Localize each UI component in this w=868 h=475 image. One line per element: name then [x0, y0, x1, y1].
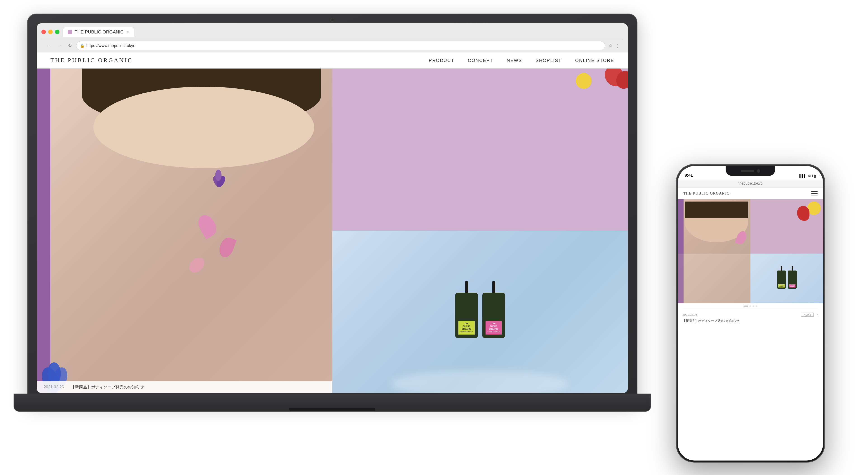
hero-section: 2021.02.26 【新商品】ボディソープ発売のお知らせ — [37, 68, 628, 393]
maximize-traffic-light[interactable] — [55, 30, 59, 34]
phone-red-flower — [797, 206, 809, 221]
model-face — [93, 87, 314, 168]
phone-bottle-2-label: THE PUBLIC ORGANIC — [789, 284, 796, 288]
phone-news-tag: NEWS — [801, 313, 813, 317]
dot-1 — [749, 305, 751, 306]
bottle-2-label: THEPUBLICORGANICSUPER POSITIVE — [486, 321, 502, 334]
site-logo: THE PUBLIC ORGANIC — [51, 57, 133, 64]
phone-news-arrow: → — [815, 313, 818, 317]
phone-news-date: 2021.02.26 — [682, 313, 697, 317]
nav-concept[interactable]: CONCEPT — [468, 58, 493, 63]
yellow-flower — [576, 73, 592, 89]
hamburger-menu[interactable] — [811, 191, 817, 196]
forward-button[interactable]: → — [55, 41, 64, 50]
phone-url: thepublic.tokyo — [739, 181, 763, 185]
phone-hero-grid: THE PUBLIC ORGANIC THE PUBLIC ORGANIC — [678, 199, 823, 303]
wifi-icon: WiFi — [807, 174, 813, 178]
phone-site-logo: THE PUBLIC ORGANIC — [683, 191, 730, 196]
laptop-camera — [330, 18, 334, 22]
website-content: THE PUBLIC ORGANIC PRODUCT CONCEPT NEWS … — [37, 53, 628, 393]
tab-close-button[interactable]: ✕ — [126, 30, 129, 35]
red-flower-top — [605, 68, 623, 87]
laptop-device: THE PUBLIC ORGANIC ✕ ← → ↻ — [27, 13, 638, 412]
hero-left: 2021.02.26 【新商品】ボディソープ発売のお知らせ — [37, 68, 332, 393]
battery-icon: ▓ — [814, 174, 816, 178]
phone-website: THE PUBLIC ORGANIC — [678, 187, 823, 461]
phone-slider-dots — [678, 303, 823, 309]
browser-tab-active[interactable]: THE PUBLIC ORGANIC ✕ — [63, 27, 134, 37]
phone-browser-bar: thepublic.tokyo — [678, 180, 823, 187]
nav-product[interactable]: PRODUCT — [429, 58, 454, 63]
phone-bottle-1-label: THE PUBLIC ORGANIC — [778, 284, 784, 288]
hero-right: THEPUBLICORGANICSUPER BOUNCY — [332, 68, 628, 393]
phone-hero-products: THE PUBLIC ORGANIC THE PUBLIC ORGANIC — [750, 254, 823, 303]
browser-toolbar: ← → ↻ 🔒 https://www.thepublic.tokyo ☆ ⋮ — [41, 39, 623, 53]
news-title: 【新商品】ボディソープ発売のお知らせ — [71, 384, 144, 390]
lock-icon: 🔒 — [80, 43, 85, 48]
phone-purple-stripe-2 — [678, 254, 684, 303]
laptop-screen-bezel: THE PUBLIC ORGANIC ✕ ← → ↻ — [37, 23, 628, 393]
phone-hero-flowers — [750, 199, 823, 254]
tab-title-text: THE PUBLIC ORGANIC — [74, 29, 124, 35]
phone-news-section: 2021.02.26 NEWS → 【新商品】ボディソープ発売のお知らせ — [678, 309, 823, 327]
phone-camera-dot — [757, 170, 760, 173]
dot-active — [743, 305, 748, 306]
news-bar: 2021.02.26 【新商品】ボディソープ発売のお知らせ — [37, 381, 332, 393]
model-skin — [48, 68, 332, 393]
browser-window: THE PUBLIC ORGANIC ✕ ← → ↻ — [37, 23, 628, 393]
phone-screen: 9:41 ▌▌▌ WiFi ▓ thepublic.tokyo THE PUBL… — [678, 166, 823, 461]
browser-chrome: THE PUBLIC ORGANIC ✕ ← → ↻ — [37, 23, 628, 53]
site-nav: PRODUCT CONCEPT NEWS SHOPLIST ONLINE STO… — [429, 58, 614, 63]
tab-favicon — [68, 30, 72, 34]
reload-button[interactable]: ↻ — [66, 41, 74, 50]
back-button[interactable]: ← — [45, 41, 53, 50]
phone-power-button[interactable] — [824, 210, 825, 228]
signal-icon: ▌▌▌ — [799, 174, 806, 178]
phone-news-title: 【新商品】ボディソープ発売のお知らせ — [682, 319, 818, 323]
phone-hero-model-body — [678, 254, 750, 303]
minimize-traffic-light[interactable] — [48, 30, 53, 34]
dot-3 — [756, 305, 757, 306]
phone-device: 9:41 ▌▌▌ WiFi ▓ thepublic.tokyo THE PUBL… — [676, 164, 825, 463]
hamburger-line-3 — [811, 195, 817, 196]
bottle-2: THEPUBLICORGANICSUPER POSITIVE — [483, 281, 505, 338]
hamburger-line-1 — [811, 191, 817, 192]
nav-shoplist[interactable]: SHOPLIST — [536, 58, 562, 63]
phone-product-bottles: THE PUBLIC ORGANIC THE PUBLIC ORGANIC — [777, 266, 797, 291]
laptop-trackpad-notch — [289, 408, 375, 411]
bookmark-icon[interactable]: ☆ — [608, 43, 613, 49]
dot-2 — [752, 305, 754, 306]
hero-right-flowers — [332, 68, 628, 231]
phone-site-header: THE PUBLIC ORGANIC — [678, 187, 823, 199]
phone-bottle-2: THE PUBLIC ORGANIC — [788, 266, 797, 289]
address-bar[interactable]: 🔒 https://www.thepublic.tokyo — [76, 41, 605, 50]
phone-vol-down-button[interactable] — [676, 224, 677, 237]
phone-speaker — [741, 170, 754, 172]
product-bottles: THEPUBLICORGANICSUPER BOUNCY — [455, 281, 505, 343]
phone-vol-up-button[interactable] — [676, 205, 677, 219]
site-header: THE PUBLIC ORGANIC PRODUCT CONCEPT NEWS … — [37, 53, 628, 68]
scene: THE PUBLIC ORGANIC ✕ ← → ↻ — [0, 0, 868, 475]
phone-status-icons: ▌▌▌ WiFi ▓ — [799, 174, 816, 178]
phone-bottle-1: THE PUBLIC ORGANIC — [777, 266, 786, 289]
phone-purple-stripe — [678, 199, 684, 254]
traffic-lights — [41, 30, 59, 34]
nav-online-store[interactable]: ONLINE STORE — [575, 58, 614, 63]
url-text: https://www.thepublic.tokyo — [86, 43, 135, 48]
hero-right-products: THEPUBLICORGANICSUPER BOUNCY — [332, 231, 628, 393]
phone-news-meta: 2021.02.26 NEWS → — [682, 313, 818, 317]
news-date: 2021.02.26 — [43, 385, 64, 389]
phone-hero-model — [678, 199, 750, 254]
laptop-base — [13, 393, 651, 412]
close-traffic-light[interactable] — [41, 30, 46, 34]
nav-news[interactable]: NEWS — [507, 58, 522, 63]
phone-notch — [725, 166, 775, 176]
bottle-1: THEPUBLICORGANICSUPER BOUNCY — [455, 281, 478, 338]
laptop-lid: THE PUBLIC ORGANIC ✕ ← → ↻ — [27, 13, 638, 403]
hamburger-line-2 — [811, 193, 817, 194]
browser-menu-icon[interactable]: ⋮ — [615, 43, 620, 49]
purple-left-stripe — [37, 68, 51, 393]
phone-time: 9:41 — [685, 173, 693, 178]
bottle-1-label: THEPUBLICORGANICSUPER BOUNCY — [458, 321, 475, 334]
